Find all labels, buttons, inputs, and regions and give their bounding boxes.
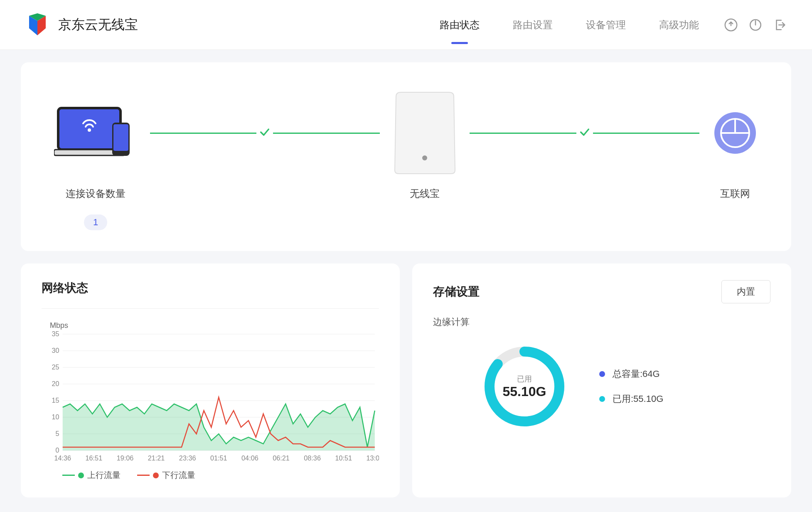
legend-download: 下行流量 <box>137 470 195 481</box>
legend-total: 总容量:64G <box>599 368 663 380</box>
logout-icon[interactable] <box>773 18 787 32</box>
svg-text:30: 30 <box>52 347 59 354</box>
svg-rect-8 <box>113 124 128 151</box>
devices-label: 连接设备数量 <box>66 187 125 200</box>
svg-text:10: 10 <box>52 413 59 421</box>
main: 连接设备数量 1 无线宝 <box>0 50 812 510</box>
legend-used-label: 已用:55.10G <box>613 393 663 405</box>
nav: 路由状态 路由设置 设备管理 高级功能 <box>440 14 699 36</box>
router-label: 无线宝 <box>410 187 440 200</box>
globe-icon <box>712 110 758 156</box>
svg-text:14:36: 14:36 <box>54 454 71 462</box>
svg-text:08:36: 08:36 <box>304 454 321 462</box>
devices-icon <box>54 106 137 160</box>
svg-text:10:51: 10:51 <box>335 454 352 462</box>
legend-used: 已用:55.10G <box>599 393 663 405</box>
topo-devices: 连接设备数量 1 <box>54 91 137 230</box>
svg-text:25: 25 <box>52 363 59 371</box>
router-icon <box>393 91 457 175</box>
legend-download-label: 下行流量 <box>162 470 195 481</box>
svg-text:0: 0 <box>56 446 59 454</box>
brand-title: 京东云无线宝 <box>58 16 138 34</box>
update-icon[interactable] <box>724 18 738 32</box>
svg-text:04:06: 04:06 <box>241 454 258 462</box>
topology-card: 连接设备数量 1 无线宝 <box>21 62 791 251</box>
svg-text:21:21: 21:21 <box>148 454 165 462</box>
check-icon <box>259 126 271 138</box>
svg-text:13:06: 13:06 <box>367 454 379 462</box>
legend-total-label: 总容量:64G <box>613 368 660 380</box>
network-chart: Mbps 0510152025303514:3616:5119:0621:212… <box>42 308 379 481</box>
svg-text:5: 5 <box>56 430 59 437</box>
topo-router: 无线宝 <box>393 91 457 200</box>
chart-unit: Mbps <box>50 321 379 330</box>
header: 京东云无线宝 路由状态 路由设置 设备管理 高级功能 <box>0 0 812 50</box>
devices-count[interactable]: 1 <box>84 214 107 230</box>
legend-upload: 上行流量 <box>62 470 121 481</box>
donut-used-label: 已用 <box>503 374 546 384</box>
svg-text:15: 15 <box>52 396 59 404</box>
donut-used-value: 55.10G <box>503 384 546 399</box>
svg-text:06:21: 06:21 <box>273 454 290 462</box>
network-status-card: 网络状态 Mbps 0510152025303514:3616:5119:062… <box>21 263 400 497</box>
svg-text:23:36: 23:36 <box>179 454 196 462</box>
header-icon-group <box>724 18 787 32</box>
nav-advanced[interactable]: 高级功能 <box>659 14 699 36</box>
svg-text:01:51: 01:51 <box>210 454 227 462</box>
svg-point-9 <box>422 155 427 160</box>
topo-link-left <box>137 91 393 175</box>
internet-label: 互联网 <box>720 187 750 200</box>
nav-router-status[interactable]: 路由状态 <box>440 14 480 36</box>
logo: 京东云无线宝 <box>25 12 138 37</box>
svg-text:19:06: 19:06 <box>117 454 134 462</box>
storage-internal-button[interactable]: 内置 <box>721 280 770 303</box>
storage-donut: 已用 55.10G <box>483 345 566 428</box>
network-title: 网络状态 <box>42 280 88 296</box>
storage-card: 存储设置 内置 边缘计算 已用 55.10G <box>412 263 791 497</box>
svg-text:16:51: 16:51 <box>86 454 103 462</box>
nav-device-management[interactable]: 设备管理 <box>586 14 626 36</box>
brand-logo-icon <box>25 12 50 37</box>
nav-router-settings[interactable]: 路由设置 <box>513 14 553 36</box>
power-icon[interactable] <box>748 18 763 32</box>
svg-text:35: 35 <box>52 330 59 337</box>
svg-point-6 <box>88 128 91 132</box>
check-icon <box>579 126 591 138</box>
storage-subtitle: 边缘计算 <box>433 316 770 328</box>
legend-upload-label: 上行流量 <box>87 470 121 481</box>
storage-title: 存储设置 <box>433 284 480 300</box>
svg-text:20: 20 <box>52 380 59 387</box>
topo-internet: 互联网 <box>712 91 758 200</box>
topo-link-right <box>457 91 713 175</box>
